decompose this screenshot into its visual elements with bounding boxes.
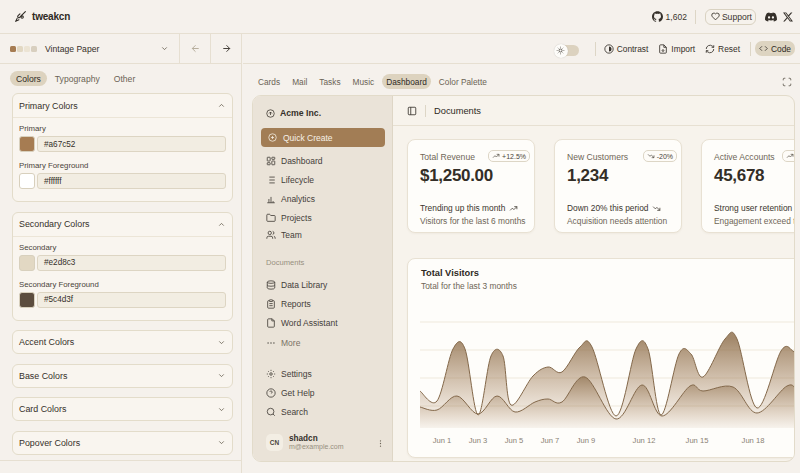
svg-text:Jun 3: Jun 3 — [469, 436, 488, 445]
svg-text:Jun 1: Jun 1 — [433, 436, 452, 445]
svg-text:Jun 9: Jun 9 — [577, 436, 596, 445]
svg-text:Jun 7: Jun 7 — [541, 436, 560, 445]
svg-text:Jun 18: Jun 18 — [742, 436, 765, 445]
svg-text:Jun 5: Jun 5 — [505, 436, 524, 445]
svg-text:Jun 12: Jun 12 — [633, 436, 656, 445]
svg-text:Jun 15: Jun 15 — [686, 436, 709, 445]
